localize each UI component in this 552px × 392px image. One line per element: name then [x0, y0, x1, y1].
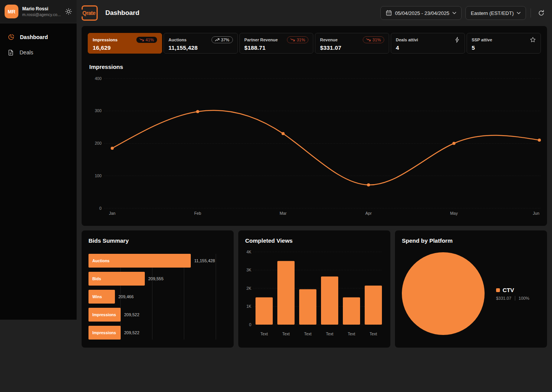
kpi-card-revenue[interactable]: Revenue 31% $331.07	[315, 33, 389, 54]
bar	[299, 289, 316, 325]
kpi-value: $331.07	[320, 44, 384, 51]
refresh-button[interactable]	[536, 7, 547, 19]
bar	[343, 297, 360, 325]
trend-badge: 31%	[363, 36, 384, 43]
line-data-point	[282, 132, 285, 135]
pie-legend: CTV $331.07 100%	[496, 287, 529, 301]
kpi-value: 5	[472, 44, 536, 51]
avatar: MR	[5, 5, 18, 18]
bar: Wins	[88, 290, 115, 304]
bids-bar-chart: Auctions11,155,428Bids209,555Wins209,466…	[88, 254, 227, 340]
trend-down-icon	[290, 38, 295, 41]
timezone-selector[interactable]: Eastern (EST/EDT)	[465, 6, 526, 20]
sidebar-item-dashboard[interactable]: Dashboard	[0, 29, 77, 45]
bar	[365, 286, 382, 325]
bar-value: 11,155,428	[194, 258, 215, 263]
page-title: Dashboard	[105, 9, 139, 17]
legend-percent: 100%	[519, 296, 529, 301]
divider	[531, 8, 531, 18]
calendar-icon	[386, 10, 392, 16]
bar: Auctions	[88, 254, 191, 268]
kpi-value: 16,629	[93, 44, 157, 51]
kpi-label: Impressions	[93, 38, 118, 42]
bar	[256, 297, 273, 325]
svg-text:Apr: Apr	[365, 211, 372, 216]
svg-text:2K: 2K	[246, 286, 251, 291]
svg-text:0: 0	[99, 206, 102, 211]
legend-value: $331.07	[496, 296, 511, 301]
kpi-label: Auctions	[169, 38, 187, 42]
line-data-point	[196, 110, 199, 113]
legend-label: CTV	[503, 287, 514, 293]
svg-text:1K: 1K	[246, 304, 251, 309]
kpi-label: SSP attive	[472, 38, 492, 42]
bar-value: 209,522	[124, 312, 139, 317]
sidebar-item-label: Dashboard	[20, 34, 48, 40]
kpi-card-auctions[interactable]: Auctions 37% 11,155,428	[164, 33, 238, 54]
bar-label: Impressions	[92, 312, 116, 317]
completed-views-bar-chart: 4K3K2K1K0TextTextTextTextTextText	[245, 245, 383, 340]
bar: Impressions	[88, 326, 121, 340]
legend-separator	[515, 296, 515, 301]
bar-value: 209,466	[118, 294, 134, 299]
spend-by-platform-title: Spend by Platform	[402, 237, 540, 244]
bar	[321, 276, 338, 325]
svg-text:400: 400	[95, 76, 102, 81]
bids-summary-card: Bids Summary Auctions11,155,428Bids209,5…	[82, 230, 234, 348]
topbar: Qrate Dashboard 05/04/2025 - 23/04/2025	[77, 0, 552, 26]
completed-views-title: Completed Views	[245, 237, 383, 244]
sidebar-item-deals[interactable]: Deals	[0, 45, 77, 60]
kpi-value: 11,155,428	[169, 44, 233, 51]
bar-value: 209,555	[148, 276, 164, 281]
bids-row: Auctions11,155,428	[88, 254, 227, 268]
bar: Impressions	[88, 308, 121, 322]
svg-text:Jan: Jan	[109, 211, 116, 216]
completed-views-card: Completed Views 4K3K2K1K0TextTextTextTex…	[238, 230, 390, 348]
star-icon	[530, 37, 536, 43]
line-data-point	[367, 183, 370, 186]
svg-text:300: 300	[95, 108, 102, 113]
kpi-label: Revenue	[320, 38, 337, 42]
svg-text:3K: 3K	[246, 268, 251, 272]
trend-badge: 31%	[287, 36, 308, 43]
chevron-down-icon	[452, 12, 456, 14]
lightning-icon	[454, 37, 460, 43]
spend-by-platform-card: Spend by Platform CTV $331.07 100%	[395, 230, 547, 348]
bar	[277, 261, 295, 325]
theme-toggle-button[interactable]	[65, 8, 72, 15]
bar-value: 209,522	[124, 330, 139, 335]
svg-text:200: 200	[95, 141, 102, 145]
kpi-card-active-ssp[interactable]: SSP attive 5	[467, 33, 541, 54]
svg-text:Jun: Jun	[533, 211, 539, 216]
sun-icon	[65, 8, 72, 15]
bids-row: Bids209,555	[88, 272, 227, 286]
date-range-value: 05/04/2025 - 23/04/2025	[395, 10, 449, 16]
trend-down-icon	[139, 38, 144, 41]
svg-text:Text: Text	[282, 332, 290, 336]
svg-text:May: May	[450, 211, 458, 216]
pie-chart-icon	[8, 34, 15, 41]
impressions-line-chart: 4003002001000JanFebMarAprMayJun	[88, 72, 541, 217]
date-range-picker[interactable]: 05/04/2025 - 23/04/2025	[380, 6, 462, 20]
kpi-label: Deals attivi	[396, 38, 418, 42]
document-icon	[8, 49, 14, 56]
bar-label: Impressions	[92, 330, 116, 335]
user-name: Mario Rossi	[22, 6, 61, 11]
kpi-value: 4	[396, 44, 460, 51]
kpi-card-active-deals[interactable]: Deals attivi 4	[391, 33, 465, 54]
svg-text:Mar: Mar	[280, 211, 287, 216]
legend-swatch	[496, 288, 500, 292]
kpi-card-impressions[interactable]: Impressions 41% 16,629	[88, 33, 162, 54]
bar: Bids	[88, 272, 145, 286]
bids-row: Wins209,466	[88, 290, 227, 304]
svg-text:Text: Text	[370, 332, 377, 336]
trend-up-icon	[215, 38, 219, 41]
timezone-value: Eastern (EST/EDT)	[471, 10, 514, 16]
user-profile: MR Mario Rossi m.rossi@agency.co...	[0, 0, 77, 23]
refresh-icon	[538, 10, 545, 16]
kpi-card-partner-revenue[interactable]: Partner Revenue 31% $188.71	[239, 33, 314, 54]
user-email: m.rossi@agency.co...	[22, 12, 61, 17]
bids-row: Impressions209,522	[88, 326, 227, 340]
bar-label: Bids	[92, 276, 101, 281]
line-data-point	[111, 147, 114, 150]
